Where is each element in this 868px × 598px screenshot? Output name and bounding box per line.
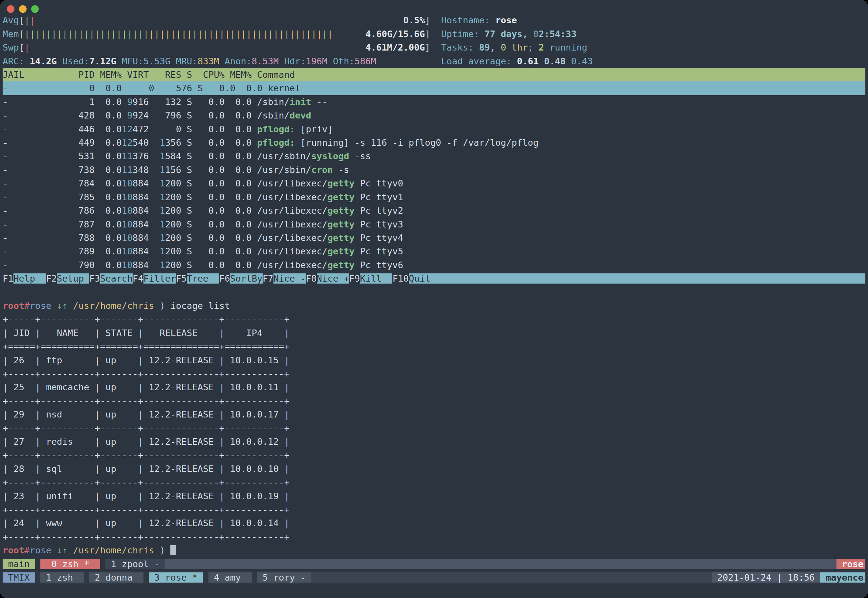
hostname-label: Hostname: — [441, 15, 495, 25]
iocage-row-nsd: | 29 | nsd | up | 12.2-RELEASE | 10.0.0.… — [3, 408, 865, 421]
up-arrow-icon: ↑ — [62, 300, 67, 311]
process-row-785[interactable]: - 785 0.010884 1200 S 0.0 0.0 /usr/libex… — [3, 190, 865, 204]
tmux-window-2-donna[interactable]: 2 donna — [89, 573, 144, 583]
iocage-header: | JID | NAME | STATE | RELEASE | IP4 | — [3, 326, 865, 340]
prompt-user: root — [3, 300, 24, 311]
process-row-789[interactable]: - 789 0.010884 1200 S 0.0 0.0 /usr/libex… — [3, 245, 865, 258]
iocage-border: +-----+----------+-------+--------------… — [3, 475, 865, 489]
down-arrow-icon: ↓ — [57, 545, 62, 555]
down-arrow-icon: ↓ — [57, 300, 62, 311]
titlebar-row — [3, 0, 865, 13]
minimize-button[interactable] — [19, 5, 27, 13]
tmux-window-1-zsh[interactable]: 1 zsh — [40, 573, 84, 583]
uptime-label: Uptime: — [441, 29, 485, 39]
iocage-border: +-----+----------+-------+--------------… — [3, 448, 865, 462]
tasks-label: Tasks: — [441, 42, 479, 52]
fkey-kill[interactable]: Kill — [360, 274, 392, 284]
iocage-row-ftp: | 26 | ftp | up | 12.2-RELEASE | 10.0.0.… — [3, 353, 865, 367]
prompt-cwd: /usr/home/chris — [73, 300, 154, 311]
fkey-nice-plus[interactable]: Nice + — [317, 274, 349, 284]
up-arrow-icon: ↑ — [62, 545, 67, 555]
process-row-790[interactable]: - 790 0.010884 1200 S 0.0 0.0 /usr/libex… — [3, 258, 865, 272]
prompt-host: rose — [30, 300, 51, 311]
iocage-row-memcache: | 25 | memcache | up | 12.2-RELEASE | 10… — [3, 380, 865, 394]
prompt-line-1: root#rose ↓↑ /usr/home/chris ⟩ iocage li… — [3, 299, 865, 312]
tmux-session-main[interactable]: main — [3, 559, 35, 569]
iocage-border: +-----+----------+-------+--------------… — [3, 367, 865, 380]
iocage-row-sql: | 28 | sql | up | 12.2-RELEASE | 10.0.0.… — [3, 462, 865, 475]
meter-swp: Swp[| 4.61M/2.00G] Tasks: 89, 0 thr; 2 r… — [3, 41, 865, 54]
prompt-line-2: root#rose ↓↑ /usr/home/chris ⟩ — [3, 544, 865, 557]
fkey-setup[interactable]: Setup — [57, 274, 89, 284]
arc-stats: ARC: 14.2G Used:7.12G MFU:5.53G MRU:833M… — [3, 54, 865, 68]
process-row-788[interactable]: - 788 0.010884 1200 S 0.0 0.0 /usr/libex… — [3, 231, 865, 245]
close-button[interactable] — [7, 5, 15, 13]
iocage-border-top: +-----+----------+-------+--------------… — [3, 312, 865, 326]
fkey-sortby[interactable]: SortBy — [230, 274, 263, 284]
fkey-tree[interactable]: Tree — [187, 274, 219, 284]
iocage-row-redis: | 27 | redis | up | 12.2-RELEASE | 10.0.… — [3, 435, 865, 448]
terminal-screen: Avg[|| 0.5%] Hostname: roseMem[|||||||||… — [0, 0, 868, 598]
fkey-search[interactable]: Search — [100, 274, 133, 284]
prompt-cwd: /usr/home/chris — [73, 545, 154, 555]
fkey-nice-minus[interactable]: Nice - — [274, 274, 306, 284]
hostname-value: rose — [495, 15, 517, 25]
terminal-window: Avg[|| 0.5%] Hostname: roseMem[|||||||||… — [0, 0, 868, 598]
prompt-host: rose — [30, 545, 51, 555]
blank-row — [3, 286, 865, 299]
tmux-window-1-zpool[interactable]: 1 zpool - — [105, 559, 165, 569]
command-text: iocage list — [171, 300, 230, 311]
fkey-quit[interactable]: Quit — [409, 274, 430, 284]
tmux-status-inner: main 0 zsh * 1 zpool - rose — [3, 557, 865, 571]
iocage-border: +-----+----------+-------+--------------… — [3, 503, 865, 516]
iocage-border-bottom: +-----+----------+-------+--------------… — [3, 530, 865, 544]
process-row-784[interactable]: - 784 0.010884 1200 S 0.0 0.0 /usr/libex… — [3, 176, 865, 190]
fkey-help[interactable]: Help — [13, 274, 46, 284]
process-row-kernel[interactable]: - 0 0.0 0 576 S 0.0 0.0 kernel — [3, 81, 865, 95]
iocage-row-www: | 24 | www | up | 12.2-RELEASE | 10.0.0.… — [3, 516, 865, 530]
iocage-row-unifi: | 23 | unifi | up | 12.2-RELEASE | 10.0.… — [3, 489, 865, 503]
process-row-787[interactable]: - 787 0.010884 1200 S 0.0 0.0 /usr/libex… — [3, 218, 865, 231]
tmux-window-0-zsh[interactable]: 0 zsh * — [40, 559, 100, 569]
process-row-449[interactable]: - 449 0.012540 1356 S 0.0 0.0 pflogd: [r… — [3, 136, 865, 150]
tmux-session-tmix[interactable]: TMIX — [3, 573, 35, 583]
load-label: Load average: — [441, 56, 517, 66]
tmux-window-3-rose[interactable]: 3 rose * — [149, 573, 203, 583]
process-row-446[interactable]: - 446 0.012472 0 S 0.0 0.0 pflogd: [priv… — [3, 123, 865, 136]
tmux-client-mayence: mayence — [820, 573, 865, 583]
tmux-window-4-amy[interactable]: 4 amy — [208, 573, 252, 583]
iocage-border-head: +=====+==========+=======+==============… — [3, 340, 865, 353]
iocage-border: +-----+----------+-------+--------------… — [3, 394, 865, 408]
tmux-window-5-rory[interactable]: 5 rory - — [257, 573, 311, 583]
window-controls — [7, 5, 39, 13]
meter-mem: Mem[||||||||||||||||||||||||||||||||||||… — [3, 27, 865, 41]
tmux-hostname-badge: rose — [837, 559, 865, 569]
fkey-bar: F1Help F2Setup F3SearchF4FilterF5Tree F6… — [3, 272, 865, 285]
tmux-datetime: 2021-01-24 | 18:56 — [712, 573, 820, 583]
process-row-428[interactable]: - 428 0.0 9924 796 S 0.0 0.0 /sbin/devd — [3, 109, 865, 122]
prompt-user: root — [3, 545, 24, 555]
process-row-1[interactable]: - 1 0.0 9916 132 S 0.0 0.0 /sbin/init -- — [3, 95, 865, 109]
cursor[interactable] — [171, 545, 176, 555]
tmux-status-outer: TMIX 1 zsh 2 donna 3 rose * 4 amy 5 rory… — [3, 571, 865, 584]
fkey-filter[interactable]: Filter — [144, 274, 176, 284]
process-row-738[interactable]: - 738 0.011348 1156 S 0.0 0.0 /usr/sbin/… — [3, 163, 865, 176]
process-row-531[interactable]: - 531 0.011376 1584 S 0.0 0.0 /usr/sbin/… — [3, 150, 865, 163]
bottom-padding-row — [3, 584, 865, 598]
zoom-button[interactable] — [31, 5, 39, 13]
iocage-border: +-----+----------+-------+--------------… — [3, 422, 865, 435]
meter-avg: Avg[|| 0.5%] Hostname: rose — [3, 13, 865, 27]
process-table-header: JAIL PID MEM% VIRT RES S CPU% MEM% Comma… — [3, 68, 865, 81]
process-row-786[interactable]: - 786 0.010884 1200 S 0.0 0.0 /usr/libex… — [3, 204, 865, 217]
